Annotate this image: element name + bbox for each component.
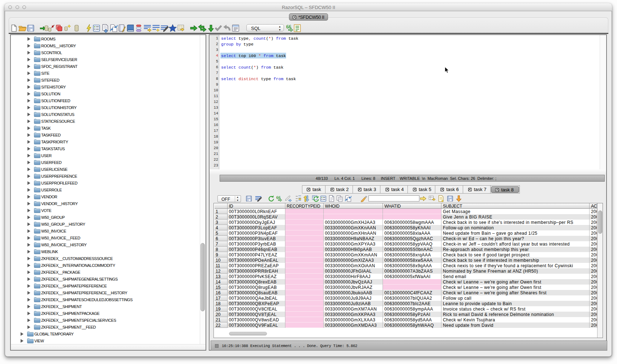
svg-text:66: 66: [286, 24, 291, 30]
svg-text:66: 66: [276, 195, 281, 200]
